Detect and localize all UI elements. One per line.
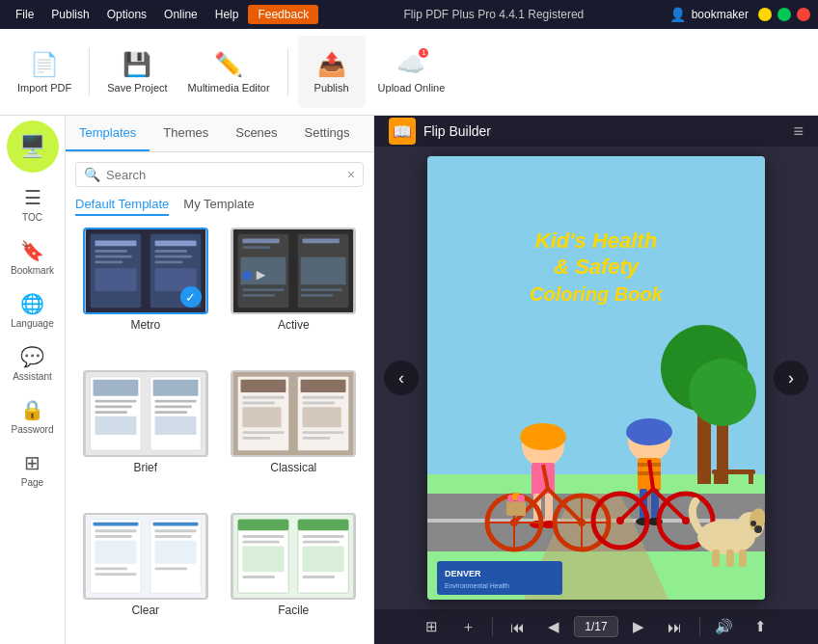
page-indicator: 1/17: [574, 616, 617, 637]
svg-rect-39: [154, 416, 196, 435]
svg-rect-52: [303, 407, 341, 427]
grid-view-button[interactable]: ⊞: [415, 612, 448, 641]
tab-templates[interactable]: Templates: [66, 116, 150, 151]
template-classical-label: Classical: [270, 461, 316, 474]
svg-rect-34: [95, 416, 136, 435]
panel-tabs: Templates Themes Scenes Settings: [66, 116, 373, 152]
share-button[interactable]: ⬆: [745, 612, 777, 641]
last-page-button[interactable]: ⏭: [659, 612, 692, 641]
svg-rect-31: [95, 400, 136, 403]
svg-rect-10: [154, 255, 191, 258]
password-label: Password: [12, 424, 54, 435]
flip-logo: 📖 Flip Builder: [389, 118, 491, 145]
assistant-icon: 💬: [20, 345, 44, 368]
sidebar-item-toc[interactable]: ☰ TOC: [4, 177, 62, 230]
template-facile-label: Facile: [278, 604, 309, 617]
svg-rect-46: [243, 407, 282, 427]
next-page-button[interactable]: ›: [774, 361, 808, 395]
svg-rect-77: [243, 576, 275, 578]
search-clear-icon[interactable]: ×: [347, 167, 355, 182]
preview-menu-icon[interactable]: ≡: [793, 121, 804, 142]
import-pdf-label: Import PDF: [17, 82, 71, 94]
svg-rect-79: [303, 541, 340, 544]
maximize-button[interactable]: [777, 8, 791, 21]
template-active[interactable]: Active: [224, 224, 365, 359]
menu-publish[interactable]: Publish: [43, 5, 96, 24]
svg-rect-16: [241, 257, 286, 285]
sidebar-item-page[interactable]: ⊞ Page: [4, 443, 62, 496]
save-project-button[interactable]: 💾 Save Project: [99, 36, 175, 108]
svg-rect-3: [95, 240, 136, 246]
template-classical[interactable]: Classical: [224, 366, 365, 501]
preview-title: Flip Builder: [423, 123, 491, 139]
svg-text:Environmental Health: Environmental Health: [445, 582, 509, 589]
multimedia-label: Multimedia Editor: [188, 82, 270, 94]
subtab-default[interactable]: Default Template: [75, 197, 169, 216]
feedback-button[interactable]: Feedback: [248, 5, 318, 24]
svg-rect-22: [303, 239, 340, 244]
tab-themes[interactable]: Themes: [150, 116, 222, 151]
flip-logo-icon: 📖: [389, 118, 416, 145]
tab-settings[interactable]: Settings: [291, 116, 364, 151]
prev-page-button[interactable]: ‹: [384, 361, 419, 395]
bottom-bar: ⊞ ＋ ⏮ ◀ 1/17 ▶ ⏭ 🔊 ⬆: [374, 609, 818, 644]
multimedia-editor-button[interactable]: ✏️ Multimedia Editor: [180, 36, 278, 108]
username: bookmaker: [692, 8, 749, 21]
svg-point-94: [520, 423, 566, 450]
menu-help[interactable]: Help: [207, 5, 247, 24]
svg-rect-92: [749, 474, 753, 484]
svg-rect-61: [95, 541, 136, 564]
template-metro[interactable]: ✓ Metro: [75, 224, 216, 359]
volume-button[interactable]: 🔊: [708, 612, 741, 641]
svg-rect-136: [712, 550, 720, 567]
import-pdf-button[interactable]: 📄 Import PDF: [10, 36, 79, 108]
tab-scenes[interactable]: Scenes: [222, 116, 290, 151]
prev-page-nav[interactable]: ◀: [537, 612, 570, 641]
template-facile[interactable]: Facile: [224, 509, 365, 644]
upload-online-button[interactable]: ☁️1 Upload Online: [370, 36, 453, 108]
sidebar-item-bookmark[interactable]: 🔖 Bookmark: [4, 230, 62, 283]
svg-rect-72: [238, 520, 289, 530]
svg-text:DENVER: DENVER: [445, 569, 481, 578]
menu-online[interactable]: Online: [156, 5, 205, 24]
divider1: [89, 48, 90, 96]
multimedia-icon: ✏️: [214, 51, 243, 78]
svg-rect-44: [243, 396, 285, 399]
sidebar-item-assistant[interactable]: 💬 Assistant: [4, 336, 62, 389]
search-bar[interactable]: 🔍 ×: [75, 162, 364, 187]
svg-rect-59: [95, 529, 136, 532]
publish-icon: 📤: [317, 51, 346, 78]
svg-rect-73: [298, 520, 349, 530]
first-page-button[interactable]: ⏮: [501, 612, 533, 641]
minimize-button[interactable]: [758, 8, 772, 21]
template-subtabs: Default Template My Template: [66, 197, 373, 224]
import-pdf-icon: 📄: [30, 51, 59, 78]
zoom-in-button[interactable]: ＋: [451, 612, 484, 641]
svg-rect-90: [712, 470, 755, 474]
template-clear[interactable]: Clear: [75, 509, 216, 644]
template-brief[interactable]: Brief: [75, 366, 216, 501]
menu-options[interactable]: Options: [99, 5, 154, 24]
design-button[interactable]: 🖥️: [7, 121, 59, 173]
search-input[interactable]: [106, 168, 341, 182]
next-page-nav[interactable]: ▶: [622, 612, 655, 641]
preview-area: 📖 Flip Builder ≡ ‹: [374, 116, 818, 644]
book-page: DENVER Environmental Health Kid's Health…: [427, 156, 765, 600]
svg-rect-49: [301, 380, 346, 392]
subtab-my-template[interactable]: My Template: [183, 197, 254, 216]
language-label: Language: [11, 318, 54, 329]
publish-button[interactable]: 📤 Publish: [298, 36, 366, 108]
svg-rect-97: [545, 494, 553, 523]
sidebar-item-language[interactable]: 🌐 Language: [4, 283, 62, 336]
menu-file[interactable]: File: [8, 5, 41, 24]
svg-rect-54: [303, 437, 331, 440]
sidebar-item-password[interactable]: 🔒 Password: [4, 389, 62, 443]
close-button[interactable]: [797, 8, 810, 21]
upload-icon: ☁️1: [396, 51, 425, 78]
search-icon: 🔍: [84, 167, 100, 182]
save-project-label: Save Project: [107, 82, 167, 94]
svg-rect-80: [303, 546, 344, 572]
svg-rect-45: [243, 402, 275, 405]
svg-rect-32: [95, 405, 131, 408]
svg-rect-51: [303, 402, 335, 405]
